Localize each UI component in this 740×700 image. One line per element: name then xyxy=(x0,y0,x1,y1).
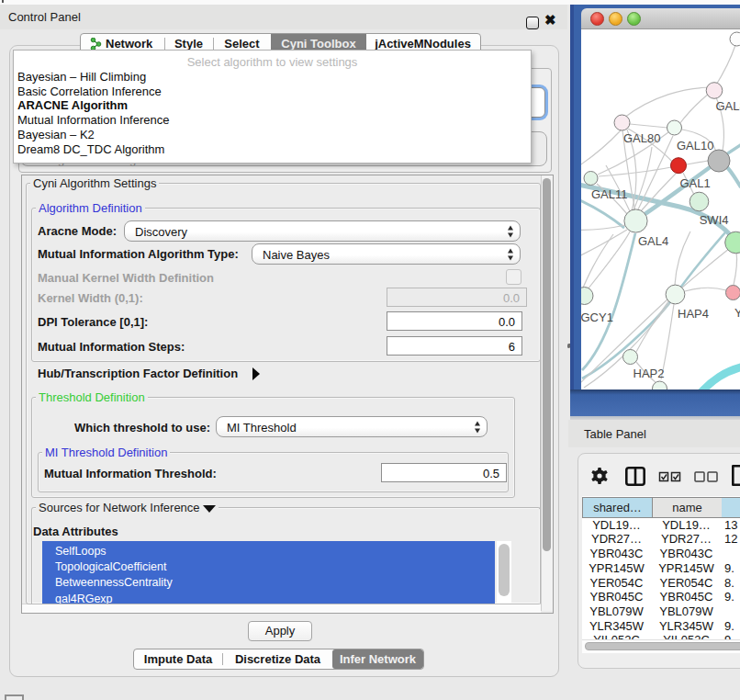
svg-text:GAL80: GAL80 xyxy=(623,131,660,145)
svg-text:GAL11: GAL11 xyxy=(591,187,628,201)
svg-text:GCY1: GCY1 xyxy=(581,310,613,324)
svg-text:SWI4: SWI4 xyxy=(700,213,729,227)
svg-text:Y: Y xyxy=(734,306,740,320)
svg-text:GAL1: GAL1 xyxy=(680,176,711,190)
svg-text:GAL4: GAL4 xyxy=(638,234,668,248)
svg-text:HAP2: HAP2 xyxy=(633,367,665,380)
svg-text:GAL10: GAL10 xyxy=(677,139,713,152)
svg-text:HAP4: HAP4 xyxy=(678,307,709,321)
svg-text:GAL8: GAL8 xyxy=(716,99,740,113)
